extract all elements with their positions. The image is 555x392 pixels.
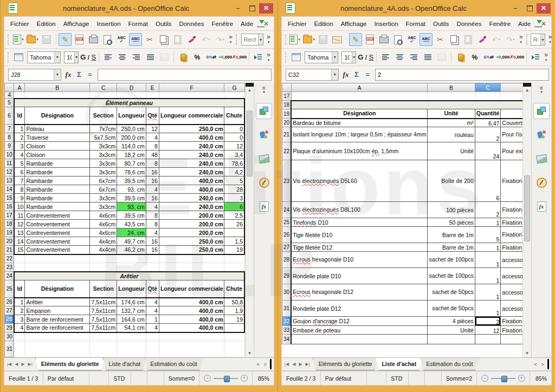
cell[interactable]	[146, 92, 159, 99]
open-button[interactable]: ▾	[26, 33, 39, 46]
cell[interactable]	[159, 263, 224, 272]
cell[interactable]: Cloison	[25, 142, 90, 151]
cell[interactable]: 93, cm	[117, 185, 146, 194]
sidebar-functions-button[interactable]: fx	[256, 198, 272, 214]
cell[interactable]: 240,0 cm	[159, 168, 224, 177]
cell[interactable]: 3x3cm	[90, 142, 117, 151]
cell[interactable]: 3x3cm	[90, 159, 117, 168]
edit-mode-button[interactable]: ✎	[59, 33, 72, 46]
formatting-overflow-button[interactable]: »▾	[543, 52, 550, 63]
scroll-thumb[interactable]	[247, 110, 253, 177]
cell[interactable]: 39,5 cm	[117, 177, 146, 185]
cell[interactable]: Boîte de 200	[428, 160, 475, 202]
cell[interactable]: 3	[224, 194, 244, 202]
cell[interactable]	[14, 92, 25, 99]
font-size-input[interactable]	[342, 53, 352, 62]
cell[interactable]: 8	[14, 185, 25, 194]
cell[interactable]: Rambarde	[25, 168, 90, 177]
row-header-19[interactable]: 19	[5, 228, 14, 237]
find-toolbar-grip[interactable]	[236, 34, 238, 45]
cell[interactable]: Longueur	[117, 280, 146, 298]
cell[interactable]: 4	[146, 324, 159, 332]
cell[interactable]: 3x3cm	[90, 194, 117, 202]
row-header-26[interactable]: 26	[282, 227, 292, 243]
first-sheet-icon[interactable]: |◀	[283, 362, 291, 367]
menu-format[interactable]: Format	[402, 19, 429, 29]
cell[interactable]: 50,8	[224, 298, 244, 306]
row-header-20[interactable]: 20	[5, 237, 14, 246]
cell[interactable]: 3	[14, 315, 25, 324]
cell[interactable]: 0	[224, 133, 244, 142]
cell[interactable]: 250,0 cm	[159, 237, 224, 246]
cell[interactable]	[90, 332, 117, 341]
font-size-dropdown-icon[interactable]: ▾	[74, 52, 78, 63]
cell[interactable]: 13	[14, 228, 25, 237]
cell[interactable]: Longueur commerciale	[159, 280, 224, 298]
cell[interactable]: 7,5x11cm	[90, 298, 117, 306]
cell[interactable]: m²	[428, 119, 475, 127]
sheet-tab[interactable]: Liste d'achat	[376, 358, 422, 370]
menu-fenêtre[interactable]: Fenêtre	[208, 19, 237, 29]
row-header-17[interactable]: 17	[282, 92, 292, 101]
row-header-18[interactable]: 18	[5, 220, 14, 228]
row-header-26[interactable]: 26	[5, 298, 14, 306]
column-header-G[interactable]: G	[224, 83, 244, 92]
cell[interactable]: Longueur commerciale	[159, 107, 224, 125]
spellcheck-button[interactable]: ABC✓	[405, 33, 418, 46]
cell[interactable]: 6,47	[475, 119, 501, 127]
cell[interactable]: 1	[146, 315, 159, 324]
cell[interactable]	[90, 341, 117, 357]
cell[interactable]: Traverse	[25, 133, 90, 142]
vertical-scrollbar[interactable]: ▲ ▼	[522, 83, 531, 357]
add-decimal-button[interactable]: +0,000	[496, 51, 509, 64]
decrease-indent-button[interactable]	[529, 51, 542, 64]
cell[interactable]: Rambarde	[25, 159, 90, 168]
title-bar[interactable]: nomenclature_4A.ods - OpenOffice Calc – …	[281, 0, 552, 16]
justify-button[interactable]	[144, 51, 157, 64]
delete-decimal-button[interactable]: ✗0,000	[511, 51, 524, 64]
font-name-dropdown-icon[interactable]: ▾	[54, 52, 61, 63]
cell[interactable]: 16	[146, 237, 159, 246]
sidebar-gallery-button[interactable]	[533, 151, 550, 167]
bold-button[interactable]: G	[80, 53, 86, 61]
format-paintbrush-button[interactable]	[476, 33, 489, 46]
cell[interactable]: Longueur	[117, 107, 146, 125]
cell[interactable]	[224, 254, 244, 263]
justify-button[interactable]	[421, 51, 434, 64]
cell[interactable]	[475, 92, 501, 101]
prev-sheet-icon[interactable]: ◀	[13, 362, 20, 367]
cell[interactable]: Barre de renforcement	[25, 315, 90, 324]
cell[interactable]: 14	[14, 237, 25, 246]
cell[interactable]	[159, 92, 224, 99]
cell[interactable]: Pour extrémité de gouttière	[501, 142, 522, 160]
menu-données[interactable]: Données	[175, 19, 208, 29]
cell[interactable]	[117, 263, 146, 272]
cell[interactable]: 200,0 cm	[159, 228, 224, 237]
cell[interactable]	[25, 254, 90, 263]
menu-insertion[interactable]: Insertion	[370, 19, 402, 29]
cell[interactable]	[90, 263, 117, 272]
sheet-nav-buttons[interactable]: |◀ ◀ ▶ ▶|	[282, 358, 313, 370]
cell[interactable]: 4	[146, 202, 159, 211]
row-header-20[interactable]: 20	[282, 119, 292, 127]
sheet-tab[interactable]: Estimation du coût	[420, 358, 479, 370]
open-button[interactable]: ▾	[302, 33, 315, 46]
row-header-12[interactable]: 12	[5, 168, 14, 177]
delete-decimal-button[interactable]: ✗0,000	[233, 51, 246, 64]
cell[interactable]: 1	[14, 125, 25, 133]
row-header-24[interactable]: 24	[5, 272, 14, 280]
cell[interactable]: Fixation planche de rive, assemblage ram…	[501, 160, 522, 202]
formatting-grip[interactable]	[285, 52, 287, 63]
cell[interactable]: sachet de 50pcs	[428, 284, 475, 300]
autospellcheck-button[interactable]: ABC~~~	[129, 33, 142, 46]
last-sheet-icon[interactable]: ▶|	[304, 362, 312, 367]
cell[interactable]: Désignation	[291, 109, 428, 119]
cell[interactable]: 1	[475, 284, 501, 300]
cell[interactable]	[159, 332, 224, 341]
cell[interactable]: Pour l'isolation de la couverture contre…	[501, 127, 522, 142]
cell[interactable]: 16	[146, 246, 159, 254]
cell[interactable]	[224, 228, 244, 237]
redo-button[interactable]: ↷▾	[504, 33, 517, 46]
cell[interactable]: 400,0 cm	[159, 315, 224, 324]
column-header-A[interactable]: A	[291, 83, 428, 92]
